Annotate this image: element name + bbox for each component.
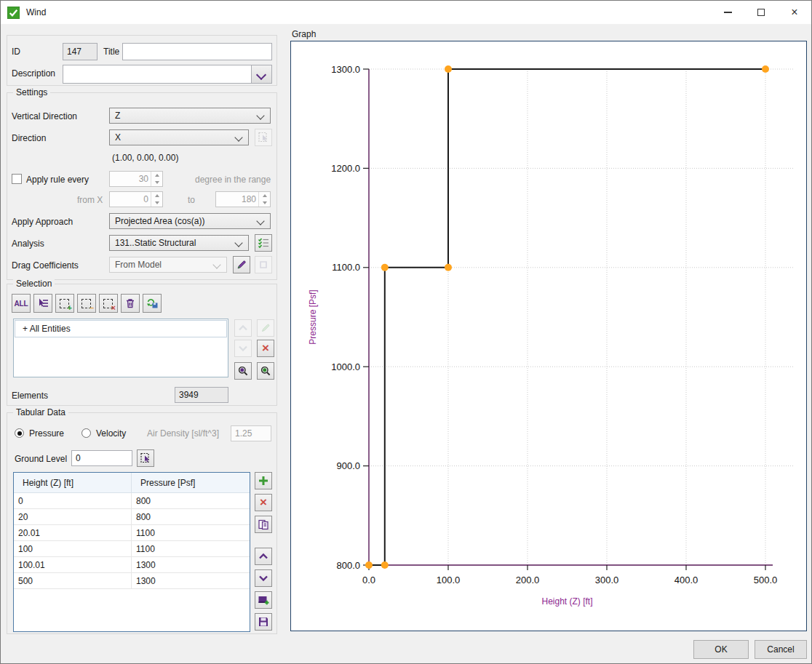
vertical-direction-select[interactable]: Z [109, 108, 271, 124]
pick-entity-icon [140, 452, 151, 464]
move-down-button [234, 340, 252, 357]
table-row[interactable]: 100 1100 [14, 541, 250, 557]
edit-drag-coefficients-button[interactable] [233, 256, 250, 273]
pressure-cell[interactable]: 800 [132, 509, 250, 524]
from-stepper[interactable]: 0 [109, 191, 163, 207]
apply-approach-select[interactable]: Projected Area (cos(a)) [109, 213, 271, 229]
export-selection-button[interactable] [143, 294, 162, 313]
degree-range-label: degree in the range [195, 175, 271, 185]
select-from-list-button[interactable] [33, 294, 52, 313]
direction-label: Direction [12, 133, 46, 143]
pressure-cell[interactable]: 800 [132, 493, 250, 508]
to-stepper[interactable]: 180 [215, 191, 271, 207]
svg-text:800.0: 800.0 [336, 560, 360, 571]
delete-list-item-button[interactable]: × [257, 340, 274, 357]
pencil-icon [236, 259, 247, 271]
graph-panel: 0.0100.0200.0300.0400.0500.0800.0900.010… [290, 41, 807, 631]
paste-icon [258, 519, 269, 530]
selection-panel: Selection ALL + – × + All [7, 284, 277, 406]
entities-listbox[interactable]: + All Entities [13, 319, 228, 377]
elements-field[interactable] [175, 387, 228, 403]
pressure-cell[interactable]: 1100 [132, 525, 250, 540]
ground-level-pick-button[interactable] [137, 449, 154, 467]
spin-up-icon[interactable] [151, 192, 162, 199]
height-column-header[interactable]: Height (Z) [ft] [14, 473, 132, 492]
pressure-cell[interactable]: 1100 [132, 541, 250, 556]
move-up-button [234, 319, 252, 337]
vertical-direction-value: Z [115, 111, 120, 121]
zoom-selected-button[interactable] [234, 362, 252, 380]
spin-up-icon[interactable] [151, 172, 162, 179]
delete-row-button[interactable]: × [255, 494, 272, 511]
table-row[interactable]: 500 1300 [14, 573, 250, 589]
height-cell[interactable]: 100 [14, 541, 132, 556]
pressure-cell[interactable]: 1300 [132, 573, 250, 588]
analysis-select[interactable]: 131..Static Structural [109, 235, 249, 251]
add-selection-button[interactable]: + [55, 294, 74, 313]
trash-icon [124, 297, 136, 309]
x-icon: × [260, 496, 267, 508]
subtract-selection-button[interactable]: – [77, 294, 96, 313]
minimize-button[interactable] [711, 1, 744, 24]
cancel-button[interactable]: Cancel [755, 640, 807, 659]
select-all-button[interactable]: ALL [12, 294, 31, 313]
id-field[interactable] [63, 43, 97, 60]
ok-button[interactable]: OK [693, 640, 749, 659]
ground-level-field[interactable] [71, 450, 132, 466]
chevron-down-icon [256, 217, 264, 225]
close-icon: × [791, 7, 797, 18]
delete-selection-button[interactable] [121, 294, 140, 313]
spin-down-icon[interactable] [151, 199, 162, 207]
apply-rule-label: Apply rule every [26, 175, 89, 185]
svg-text:400.0: 400.0 [674, 575, 698, 585]
wind-check-icon [7, 7, 20, 19]
spin-down-icon[interactable] [151, 179, 162, 186]
paste-rows-button[interactable] [255, 516, 272, 533]
save-rows-button[interactable] [255, 613, 272, 631]
direction-select[interactable]: X [109, 129, 249, 145]
row-up-button[interactable] [255, 548, 272, 565]
description-dropdown-button[interactable] [251, 65, 271, 83]
pressure-radio[interactable] [15, 428, 24, 438]
velocity-radio-label: Velocity [96, 428, 126, 439]
height-cell[interactable]: 500 [14, 573, 132, 588]
pressure-cell[interactable]: 1300 [132, 557, 250, 572]
air-density-field [231, 425, 271, 441]
remove-selection-button[interactable]: × [99, 294, 118, 313]
height-cell[interactable]: 20.01 [14, 525, 132, 540]
spin-up-icon[interactable] [259, 192, 270, 199]
import-rows-button[interactable] [255, 591, 272, 609]
table-row[interactable]: 20 800 [14, 509, 250, 525]
degree-stepper[interactable]: 30 [109, 171, 163, 187]
apply-approach-label: Apply Approach [12, 217, 73, 227]
window-title: Wind [26, 7, 46, 17]
analysis-list-button[interactable] [255, 234, 272, 252]
svg-text:100.0: 100.0 [437, 575, 461, 585]
spin-down-icon[interactable] [259, 199, 270, 207]
tabular-table[interactable]: Height (Z) [ft] Pressure [Psf] 0 800 20 … [13, 472, 250, 632]
svg-text:300.0: 300.0 [595, 575, 619, 585]
checklist-icon [258, 237, 269, 249]
add-row-button[interactable] [255, 472, 272, 489]
apply-rule-checkbox[interactable] [12, 174, 22, 184]
table-row[interactable]: 20.01 1100 [14, 525, 250, 541]
magnifier-purple-icon [237, 365, 249, 377]
row-down-button[interactable] [255, 569, 272, 587]
height-cell[interactable]: 20 [14, 509, 132, 524]
table-row[interactable]: 0 800 [14, 493, 250, 509]
height-cell[interactable]: 100.01 [14, 557, 132, 572]
table-row[interactable]: 100.01 1300 [14, 557, 250, 573]
chevron-down-icon [237, 343, 249, 354]
vertical-direction-label: Vertical Direction [12, 111, 77, 121]
pressure-column-header[interactable]: Pressure [Psf] [132, 473, 250, 492]
zoom-all-button[interactable] [257, 362, 274, 380]
maximize-button[interactable] [744, 1, 778, 24]
velocity-radio[interactable] [81, 428, 91, 438]
title-field[interactable] [122, 43, 272, 60]
chevron-down-icon [256, 70, 266, 80]
list-item-all-entities[interactable]: + All Entities [15, 320, 227, 337]
description-combo[interactable] [63, 65, 272, 84]
close-button[interactable]: × [778, 1, 811, 24]
svg-text:1100.0: 1100.0 [332, 262, 360, 273]
height-cell[interactable]: 0 [14, 493, 132, 508]
